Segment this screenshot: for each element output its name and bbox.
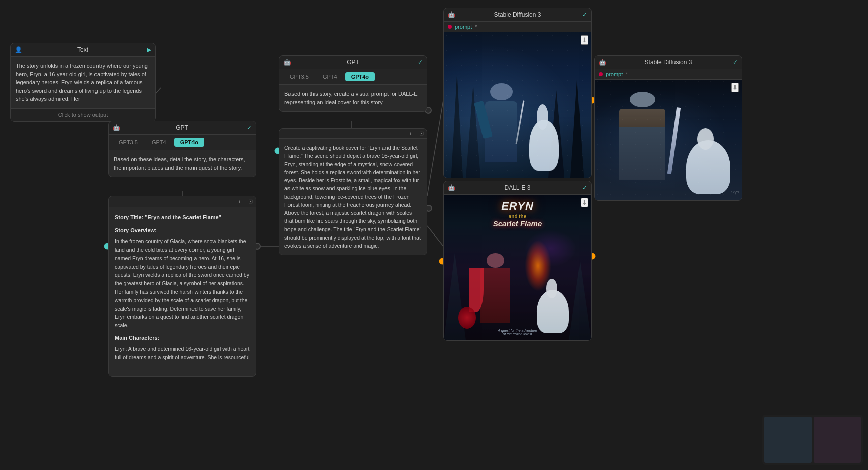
mini-thumb-2 [814, 417, 861, 463]
tab-gpt4-center[interactable]: GPT4 [317, 72, 343, 81]
gpt-left-title: GPT [114, 124, 251, 131]
gpt-center-title: GPT [284, 59, 422, 66]
sd1-image: ⬇ [444, 32, 591, 178]
sd2-snow [595, 80, 742, 200]
gpt-node-center: 🤖 GPT ✓ GPT3.5 GPT4 GPT4o Based on this … [279, 55, 427, 112]
prompt-minus-btn[interactable]: − [414, 130, 417, 137]
main-chars-label: Main Characters: [115, 334, 250, 343]
story-window-btn[interactable]: ⊡ [248, 198, 253, 205]
story-toolbar: + − ⊡ [109, 196, 256, 207]
sd2-title: Stable Diffusion 3 [600, 59, 737, 66]
gpt-center-tabs: GPT3.5 GPT4 GPT4o [279, 69, 427, 85]
sd-node-2: 🤖 Stable Diffusion 3 ✓ prompt * [594, 55, 742, 201]
sd1-robot-icon: 🤖 [448, 11, 455, 18]
sd2-image: Eryn ⬇ [595, 80, 742, 200]
tagline2: of the frozen forest [444, 332, 591, 336]
tab-gpt35-left[interactable]: GPT3.5 [113, 138, 144, 147]
dalle-book-cover: ERYN and the Scarlet Flame [444, 195, 591, 340]
eryn-desc: Eryn: A brave and determined 16-year-old… [115, 345, 250, 362]
tab-gpt4o-center[interactable]: GPT4o [345, 72, 375, 81]
dalle-node: 🤖 DALL-E 3 ✓ ERYN and the Scarlet Flame [443, 181, 592, 341]
story-content[interactable]: Story Title: "Eryn and the Scarlet Flame… [109, 207, 256, 362]
sd1-header: 🤖 Stable Diffusion 3 ✓ [444, 8, 591, 22]
gpt-node-left: 🤖 GPT ✓ GPT3.5 GPT4 GPT4o Based on these… [108, 121, 256, 177]
book-title2: Scarlet Flame [444, 219, 591, 228]
tagline-area: A quest for the adventure of the frozen … [444, 329, 591, 336]
canvas: 👤 Text ▶ The story unfolds in a frozen c… [0, 0, 868, 470]
play-icon[interactable]: ▶ [147, 46, 151, 53]
sd1-download-btn[interactable]: ⬇ [581, 35, 588, 45]
dalle-title: DALL-E 3 [449, 184, 586, 191]
tagline1: A quest for the adventure [444, 329, 591, 332]
svg-line-5 [427, 226, 443, 246]
prompt-plus-btn[interactable]: + [409, 130, 412, 137]
sd2-scene: Eryn [595, 80, 742, 200]
gpt-left-header: 🤖 GPT ✓ [109, 121, 256, 135]
prompt-toolbar: + − ⊡ [279, 129, 427, 139]
mini-thumbnails [762, 415, 863, 465]
sd2-prompt-bar: prompt * [595, 69, 742, 80]
svg-line-4 [427, 100, 443, 196]
prompt-window-btn[interactable]: ⊡ [419, 130, 424, 137]
cf-head [546, 279, 558, 298]
tab-gpt4o-left[interactable]: GPT4o [174, 138, 204, 147]
sd2-download-btn[interactable]: ⬇ [731, 83, 739, 92]
prompt-node: + − ⊡ Create a captivating book cover fo… [279, 128, 427, 255]
cg-head [487, 253, 504, 268]
click-to-show[interactable]: Click to show output [11, 108, 155, 121]
dalle-download-btn[interactable]: ⬇ [581, 198, 588, 207]
tab-gpt35-center[interactable]: GPT3.5 [283, 72, 315, 81]
dalle-robot-icon: 🤖 [448, 184, 455, 191]
story-plus-btn[interactable]: + [238, 198, 241, 205]
text-node: 👤 Text ▶ The story unfolds in a frozen c… [10, 43, 156, 122]
story-minus-btn[interactable]: − [243, 198, 246, 205]
dalle-check-icon: ✓ [582, 184, 587, 191]
sd2-prompt-dot [599, 72, 603, 76]
gpt-left-content: Based on these ideas, detail the story, … [109, 150, 256, 177]
tab-gpt4-left[interactable]: GPT4 [146, 138, 172, 147]
cover-girl [480, 253, 510, 333]
cover-fox [537, 290, 569, 333]
sd1-asterisk: * [475, 24, 477, 30]
sd1-prompt-bar: prompt * [444, 22, 591, 32]
sd2-robot-icon: 🤖 [599, 59, 606, 66]
sd2-header: 🤖 Stable Diffusion 3 ✓ [595, 56, 742, 69]
sd1-prompt-dot [448, 25, 452, 29]
text-content: The story unfolds in a frozen country wh… [11, 57, 155, 108]
sd2-asterisk: * [626, 72, 628, 77]
person-icon: 👤 [15, 46, 22, 53]
red-cape [469, 268, 484, 312]
check-icon-center: ✓ [418, 59, 423, 66]
gpt-left-tabs: GPT3.5 GPT4 GPT4o [109, 135, 256, 150]
book-subtitle: and the [444, 214, 591, 219]
sd2-prompt-label: prompt [606, 71, 623, 77]
story-node: + − ⊡ Story Title: "Eryn and the Scarlet… [108, 196, 256, 377]
text-node-header: 👤 Text ▶ [11, 43, 155, 57]
story-overview-label: Story Overview: [115, 226, 250, 236]
book-title-eryn: ERYN [444, 200, 591, 213]
gpt-center-header: 🤖 GPT ✓ [279, 56, 427, 69]
dalle-header: 🤖 DALL-E 3 ✓ [444, 181, 591, 195]
sd1-title: Stable Diffusion 3 [449, 11, 586, 18]
sd2-check-icon: ✓ [733, 59, 738, 66]
text-node-title: Text [16, 46, 150, 53]
dragon-hint [525, 230, 576, 267]
robot-icon-center: 🤖 [283, 59, 291, 66]
prompt-content: Create a captivating book cover for "Ery… [279, 139, 427, 255]
book-title-area: ERYN and the Scarlet Flame [444, 200, 591, 228]
check-icon-left: ✓ [247, 124, 252, 131]
dalle-image-area: ERYN and the Scarlet Flame [444, 195, 591, 340]
robot-icon-left: 🤖 [113, 124, 120, 131]
gpt-center-content: Based on this story, create a visual pro… [279, 85, 427, 111]
cg-body [480, 268, 510, 324]
story-title-label: Story Title: "Eryn and the Scarlet Flame… [115, 213, 250, 222]
sd1-forest-scene [444, 32, 591, 178]
sd1-check-icon: ✓ [582, 11, 587, 18]
sd-node-1: 🤖 Stable Diffusion 3 ✓ prompt * [443, 8, 592, 178]
snow [444, 32, 591, 178]
sd1-prompt-label: prompt [455, 24, 472, 30]
mini-thumb-1 [764, 417, 812, 463]
story-overview-text: In the frozen country of Glacia, where s… [115, 237, 250, 330]
